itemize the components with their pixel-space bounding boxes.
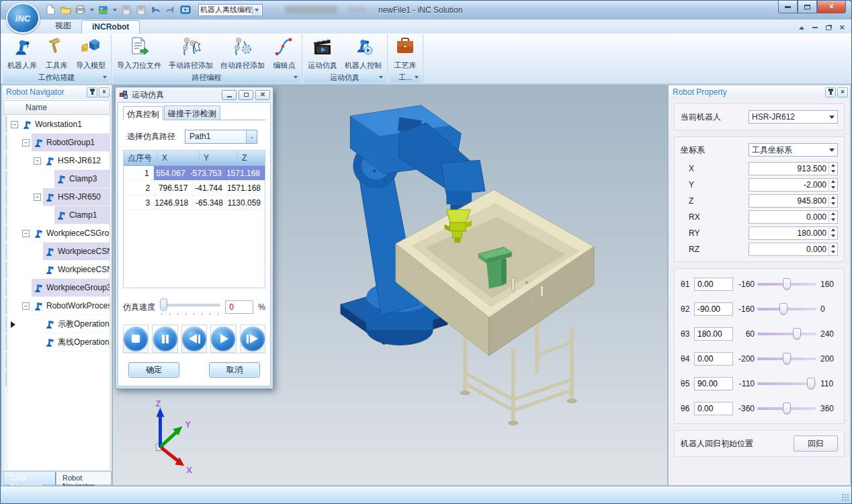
spin-down-icon[interactable]	[829, 233, 837, 239]
save-as-icon[interactable]	[135, 5, 146, 15]
slider-thumb[interactable]	[779, 303, 787, 314]
joint-theta4-slider[interactable]	[757, 358, 816, 360]
table-row-3[interactable]: 3 1246.918 -65.348 1130.059	[124, 196, 265, 210]
close-panel-icon[interactable]: ×	[99, 87, 110, 97]
col-y[interactable]: Y	[200, 151, 238, 165]
col-x[interactable]: X	[158, 151, 200, 165]
spin-down-icon[interactable]	[829, 169, 837, 175]
close-button[interactable]: ×	[817, 1, 846, 13]
joint-theta1-input[interactable]	[694, 278, 733, 291]
joint-theta5-input[interactable]	[694, 377, 733, 390]
table-row-1-selected[interactable]: 1 554.067 -573.753 1571.168	[124, 166, 265, 181]
row-indicator[interactable]	[5, 370, 7, 387]
slider-thumb[interactable]	[783, 403, 791, 414]
import-cl-file-button[interactable]: 导入刀位文件	[114, 35, 165, 71]
capture-icon[interactable]	[179, 5, 191, 15]
row-indicator[interactable]	[5, 134, 7, 151]
row-indicator[interactable]	[5, 116, 7, 133]
new-file-icon[interactable]	[45, 5, 56, 15]
image-dropdown-icon[interactable]	[113, 9, 117, 11]
close-panel-icon[interactable]: ×	[837, 87, 848, 97]
joint-theta4-input[interactable]	[694, 352, 733, 366]
group-caption-simulation[interactable]: 运动仿真	[304, 72, 386, 83]
coord-rx-input[interactable]	[749, 211, 828, 223]
dialog-title-bar[interactable]: 运动仿真 ✕	[116, 87, 273, 102]
mode-combobox-arrow-icon[interactable]	[252, 5, 261, 15]
auto-path-add-button[interactable]: 自动路径添加	[217, 35, 268, 71]
step-back-button[interactable]	[181, 325, 207, 353]
row-indicator[interactable]	[5, 189, 7, 206]
tree-node-clamp1[interactable]: Clamp1	[8, 206, 110, 224]
robot-control-button[interactable]: 机器人控制	[341, 35, 385, 71]
tree-node-robotworkprocess4[interactable]: RobotWorkProcess4	[8, 297, 110, 315]
current-robot-combobox[interactable]: HSR-JR612	[749, 110, 838, 124]
coord-x-input[interactable]	[749, 163, 828, 175]
tree-node-workpiececsn2[interactable]: WorkpieceCSN...	[8, 261, 110, 279]
robot-library-button[interactable]: 机器人库	[4, 35, 40, 71]
joint-theta1-slider[interactable]	[757, 283, 816, 286]
col-z[interactable]: Z	[238, 151, 265, 165]
dialog-maximize-button[interactable]	[239, 90, 253, 100]
minimize-button[interactable]	[778, 1, 798, 13]
tree-column-header[interactable]: Name	[3, 100, 110, 115]
tree-node-hsr-jr650[interactable]: HSR-JR650	[8, 188, 110, 206]
row-indicator[interactable]	[5, 207, 7, 224]
group-dropdown-icon[interactable]	[103, 76, 107, 79]
row-indicator-current[interactable]	[5, 316, 7, 333]
home-button[interactable]: 回归	[794, 435, 838, 452]
group-caption-workstation[interactable]: 工作站搭建	[3, 72, 110, 83]
print-icon[interactable]	[75, 5, 86, 15]
speed-slider[interactable]	[160, 298, 220, 316]
step-forward-button[interactable]	[240, 325, 265, 353]
spin-up-icon[interactable]	[829, 227, 837, 233]
open-folder-icon[interactable]	[60, 5, 71, 15]
tab-collision-detection[interactable]: 碰撞干涉检测	[164, 106, 220, 120]
coord-rx-spinner[interactable]	[749, 210, 838, 224]
maximize-button[interactable]	[798, 1, 817, 13]
coord-x-spinner[interactable]	[749, 162, 838, 175]
table-row-2[interactable]: 2 796.517 -41.744 1571.168	[124, 181, 265, 196]
tree-node-teach-operation[interactable]: 示教Operation...	[8, 315, 110, 333]
tree-node-clamp3[interactable]: Clamp3	[8, 170, 110, 188]
play-button[interactable]	[210, 325, 236, 353]
row-indicator[interactable]	[5, 334, 7, 351]
slider-thumb[interactable]	[807, 378, 815, 389]
row-indicator[interactable]	[5, 280, 7, 296]
group-dropdown-icon[interactable]	[379, 76, 383, 79]
spin-down-icon[interactable]	[829, 217, 837, 223]
coord-y-spinner[interactable]	[749, 178, 838, 192]
tree-node-workstation1[interactable]: Workstation1	[8, 116, 110, 134]
spin-up-icon[interactable]	[829, 195, 837, 201]
pin-icon[interactable]	[825, 87, 836, 97]
coord-rz-spinner[interactable]	[749, 243, 838, 256]
collapse-icon[interactable]	[34, 194, 41, 201]
tree-node-workpiececsgroup[interactable]: WorkpieceCSGrou...	[8, 224, 110, 243]
joint-theta2-slider[interactable]	[757, 308, 816, 310]
collapse-icon[interactable]	[22, 230, 30, 237]
cancel-button[interactable]: 取消	[209, 362, 260, 378]
manual-path-add-button[interactable]: 手动路径添加	[165, 35, 216, 71]
collapse-icon[interactable]	[22, 302, 30, 310]
undo-icon[interactable]	[150, 5, 161, 15]
spin-up-icon[interactable]	[829, 163, 837, 169]
joint-theta5-slider[interactable]	[757, 382, 816, 385]
spin-down-icon[interactable]	[829, 201, 837, 207]
col-point-index[interactable]: 点序号	[124, 151, 158, 165]
coord-system-combobox[interactable]: 工具坐标系	[749, 143, 838, 157]
joint-theta6-slider[interactable]	[757, 407, 816, 410]
coord-ry-input[interactable]	[749, 227, 828, 239]
tab-cad-navigator[interactable]: CAD Navigator	[3, 472, 56, 485]
group-dropdown-icon[interactable]	[415, 76, 419, 79]
row-indicator[interactable]	[5, 352, 7, 369]
edit-points-button[interactable]: 编辑点	[269, 35, 300, 71]
coord-y-input[interactable]	[749, 179, 828, 191]
dialog-minimize-button[interactable]	[222, 90, 237, 100]
joint-theta2-input[interactable]	[694, 302, 733, 316]
image-export-icon[interactable]	[97, 5, 109, 15]
mdi-close-icon[interactable]: ×	[839, 24, 845, 31]
collapse-ribbon-icon[interactable]	[799, 26, 804, 30]
group-caption-process[interactable]: 工...	[389, 72, 421, 83]
slider-thumb[interactable]	[783, 353, 791, 364]
coord-z-spinner[interactable]	[749, 194, 838, 208]
row-indicator[interactable]	[5, 261, 7, 278]
